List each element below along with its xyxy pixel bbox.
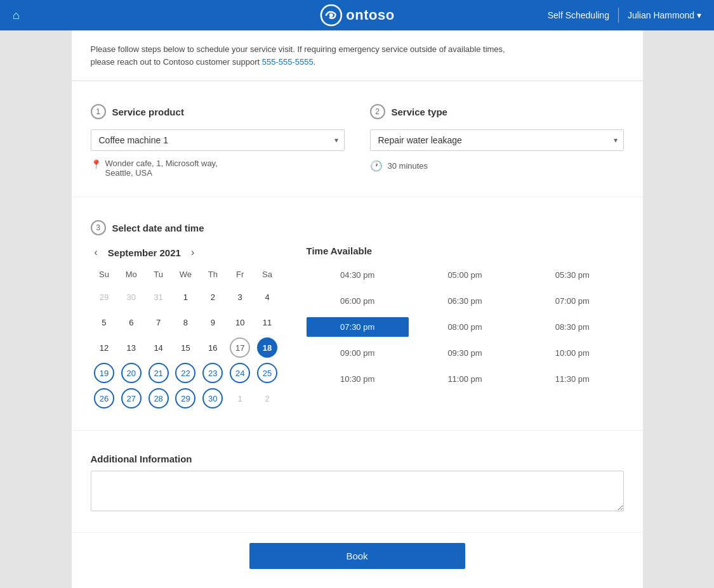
time-slot[interactable]: 05:00 pm: [414, 265, 516, 285]
duration-info: 🕐 30 minutes: [370, 160, 624, 172]
calendar-cell: 8: [172, 310, 199, 335]
calendar-cell: 24: [227, 360, 254, 386]
calendar-cell: 21: [145, 360, 172, 386]
time-slot[interactable]: 06:30 pm: [414, 291, 516, 311]
calendar-day[interactable]: 6: [121, 312, 142, 332]
logo-text: ontoso: [346, 7, 394, 23]
calendar-day[interactable]: 10: [230, 312, 250, 332]
calendar-cell: 29: [172, 386, 199, 411]
calendar-day[interactable]: 17: [230, 337, 250, 358]
calendar-cell: 4: [254, 284, 281, 310]
calendar-cell: 11: [254, 310, 281, 335]
time-slot[interactable]: 08:30 pm: [521, 317, 623, 337]
next-month-button[interactable]: ›: [187, 245, 198, 259]
time-slot[interactable]: 08:00 pm: [414, 317, 516, 337]
calendar-day[interactable]: 23: [202, 363, 223, 383]
step1-title: Service product: [112, 107, 184, 117]
calendar-day[interactable]: 12: [94, 337, 114, 358]
home-icon[interactable]: ⌂: [13, 9, 20, 22]
calendar-day[interactable]: 5: [94, 312, 114, 332]
calendar-day[interactable]: 29: [175, 388, 195, 408]
calendar-day[interactable]: 18: [257, 337, 277, 358]
calendar-day[interactable]: 9: [202, 312, 223, 332]
location-pin-icon: 📍: [91, 159, 102, 169]
calendar-day[interactable]: 7: [149, 312, 169, 332]
calendar-cell: 2: [199, 284, 227, 310]
time-slot[interactable]: 05:30 pm: [521, 265, 623, 285]
calendar-cell: 14: [145, 335, 172, 360]
calendar-cell: 20: [117, 360, 145, 386]
time-slot[interactable]: 10:00 pm: [521, 343, 623, 363]
step3-title: Select date and time: [112, 223, 204, 233]
user-menu[interactable]: Julian Hammond ▾: [628, 10, 701, 20]
calendar-day[interactable]: 3: [230, 287, 250, 307]
calendar-cell: 18: [254, 335, 281, 360]
calendar-cell: 12: [91, 335, 118, 360]
calendar-day: 2: [257, 388, 277, 408]
calendar-day[interactable]: 30: [202, 388, 223, 408]
calendar-cell: 9: [199, 310, 227, 335]
prev-month-button[interactable]: ‹: [91, 245, 102, 259]
calendar-day[interactable]: 8: [175, 312, 195, 332]
calendar-day[interactable]: 28: [149, 388, 169, 408]
calendar-header-row: SuMoTuWeThFrSa: [91, 267, 281, 284]
calendar-cell: 31: [145, 284, 172, 310]
book-button[interactable]: Book: [249, 543, 465, 569]
calendar-cell: 5: [91, 310, 118, 335]
header-logo: ontoso: [319, 4, 394, 27]
calendar-day[interactable]: 15: [175, 337, 195, 358]
calendar-dow-header: Fr: [227, 267, 254, 284]
step2-number: 2: [370, 104, 385, 119]
calendar-day[interactable]: 24: [230, 363, 250, 383]
calendar-day[interactable]: 2: [202, 287, 223, 307]
product-select[interactable]: Coffee machine 1: [91, 129, 345, 151]
calendar-day[interactable]: 14: [149, 337, 169, 358]
calendar-week-row: 2930311234: [91, 284, 281, 310]
calendar-cell: 30: [117, 284, 145, 310]
calendar-day[interactable]: 4: [257, 287, 277, 307]
calendar-day[interactable]: 25: [257, 363, 277, 383]
calendar-day[interactable]: 11: [257, 312, 277, 332]
svg-point-1: [329, 13, 333, 17]
calendar-dow-header: Sa: [254, 267, 281, 284]
calendar-dow-header: Th: [199, 267, 227, 284]
time-slot[interactable]: 07:00 pm: [521, 291, 623, 311]
calendar-cell: 23: [199, 360, 227, 386]
calendar-cell: 19: [91, 360, 118, 386]
calendar-dow-header: We: [172, 267, 199, 284]
time-available-header: Time Available: [307, 245, 624, 256]
calendar-month-label: September 2021: [108, 247, 181, 258]
calendar-day: 1: [230, 388, 250, 408]
calendar-day[interactable]: 16: [202, 337, 223, 358]
calendar-day[interactable]: 20: [121, 363, 142, 383]
calendar-cell: 29: [91, 284, 118, 310]
calendar-day[interactable]: 27: [121, 388, 142, 408]
calendar-day[interactable]: 22: [175, 363, 195, 383]
time-slot[interactable]: 06:00 pm: [307, 291, 409, 311]
step2-type: 2 Service type Repair water leakage ▾ 🕐 …: [370, 104, 624, 178]
user-name: Julian Hammond: [628, 10, 694, 20]
calendar-day[interactable]: 1: [175, 287, 195, 307]
support-phone-link[interactable]: 555-555-5555: [262, 57, 314, 67]
calendar-day[interactable]: 21: [149, 363, 169, 383]
additional-textarea[interactable]: [91, 471, 624, 511]
time-slot[interactable]: 04:30 pm: [307, 265, 409, 285]
calendar-day[interactable]: 26: [94, 388, 114, 408]
calendar-day[interactable]: 13: [121, 337, 142, 358]
location-line2: Seattle, USA: [105, 168, 218, 178]
calendar-week-row: 12131415161718: [91, 335, 281, 360]
header: ⌂ ontoso Self Scheduling Julian Hammond …: [0, 0, 714, 30]
time-slot[interactable]: 09:30 pm: [414, 343, 516, 363]
time-slot[interactable]: 09:00 pm: [307, 343, 409, 363]
info-text: Please follow steps below to schedule yo…: [91, 43, 624, 68]
calendar-day: 29: [94, 287, 114, 307]
time-slot[interactable]: 11:30 pm: [521, 369, 623, 389]
time-slot[interactable]: 10:30 pm: [307, 369, 409, 389]
header-right: Self Scheduling Julian Hammond ▾: [548, 8, 701, 23]
time-slot[interactable]: 11:00 pm: [414, 369, 516, 389]
time-slot[interactable]: 07:30 pm: [307, 317, 409, 337]
duration-text: 30 minutes: [388, 161, 428, 171]
type-select[interactable]: Repair water leakage: [370, 129, 624, 151]
calendar-day[interactable]: 19: [94, 363, 114, 383]
calendar-cell: 17: [227, 335, 254, 360]
